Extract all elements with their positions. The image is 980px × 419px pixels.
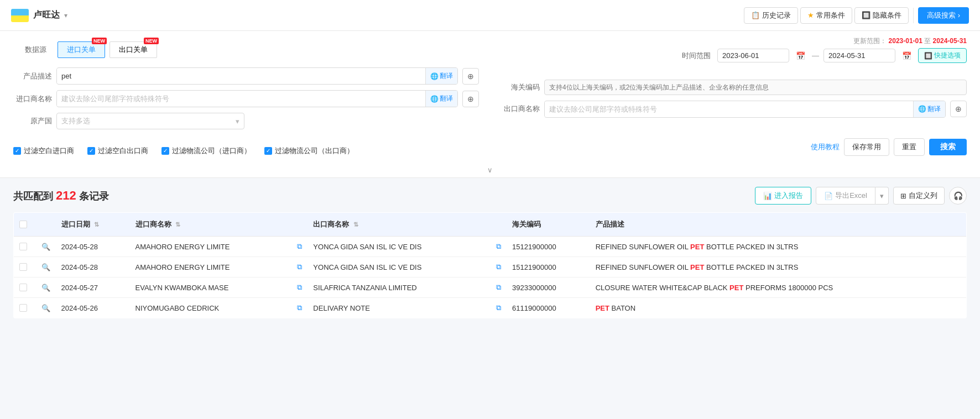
row-checkbox[interactable]	[19, 284, 27, 291]
checkbox-import-icon	[13, 147, 21, 155]
importer-extra-btn[interactable]: ⊕	[462, 91, 479, 107]
th-product-desc: 产品描述	[590, 213, 967, 237]
row-search-icon[interactable]: 🔍	[41, 243, 50, 251]
advanced-search-button[interactable]: 高级搜索 ›	[918, 7, 969, 24]
checkbox-filter-export[interactable]: 过滤空白出口商	[87, 146, 148, 156]
checkbox-import-label: 过滤空白进口商	[24, 146, 74, 156]
right-form-section: 海关编码 出口商名称 🌐 翻译 ⊕	[501, 80, 967, 118]
row-checkbox[interactable]	[19, 263, 27, 271]
th-import-date: 进口日期 ⇅	[56, 213, 130, 237]
highlight-pet: PET	[729, 284, 743, 292]
copy-importer-icon[interactable]: ⧉	[297, 242, 302, 250]
new-badge-export: NEW	[144, 38, 159, 44]
results-count: 212	[56, 188, 76, 202]
export-dropdown-button[interactable]: ▾	[875, 187, 889, 205]
date-separator: —	[812, 51, 819, 60]
exporter-input-wrap: 🌐 翻译	[544, 101, 946, 118]
customs-input[interactable]	[549, 83, 962, 91]
checkboxes-row: 过滤空白进口商 过滤空白出口商 过滤物流公司（进口商） 过滤物流公司（出口商）	[13, 146, 354, 156]
th-copy-importer	[289, 213, 307, 237]
cell-exporter: SILAFRICA TANZANIA LIMITED	[307, 277, 488, 298]
copy-importer-icon[interactable]: ⧉	[297, 263, 302, 271]
time-range-row: 时间范围 📅 — 📅 🔲 快捷选项	[682, 48, 967, 63]
help-circle-button[interactable]: 🎧	[949, 187, 967, 205]
export-excel-button[interactable]: 📄 导出Excel	[816, 187, 875, 205]
tab-import[interactable]: 进口关单 NEW	[58, 41, 105, 58]
header-checkbox[interactable]	[19, 221, 27, 228]
row-search-icon[interactable]: 🔍	[41, 284, 50, 292]
tutorial-button[interactable]: 使用教程	[811, 142, 840, 152]
importer-input[interactable]	[57, 91, 425, 106]
table-header: 进口日期 ⇅ 进口商名称 ⇅ 出口商名称 ⇅ 海关编码 产品描述	[14, 213, 967, 237]
tab-export[interactable]: 出口关单 NEW	[110, 41, 157, 58]
results-title: 共匹配到 212 条记录	[13, 188, 109, 203]
customs-label: 海关编码	[501, 82, 540, 92]
product-translate-btn[interactable]: 🌐 翻译	[425, 68, 457, 84]
results-table: 进口日期 ⇅ 进口商名称 ⇅ 出口商名称 ⇅ 海关编码 产品描述 🔍2024-0…	[13, 212, 967, 318]
highlight-pet: PET	[690, 263, 704, 271]
sort-importer-icon[interactable]: ⇅	[175, 221, 180, 228]
exporter-input[interactable]	[545, 102, 913, 117]
translate-icon2: 🌐	[430, 95, 439, 103]
collapse-row[interactable]: ∨	[0, 163, 980, 178]
hide-conditions-button[interactable]: 🔲 隐藏条件	[854, 7, 909, 24]
importer-translate-btn[interactable]: 🌐 翻译	[425, 91, 457, 107]
copy-importer-icon[interactable]: ⧉	[297, 303, 302, 312]
row-checkbox[interactable]	[19, 304, 27, 312]
table-row: 🔍2024-05-26NIYOMUGABO CEDRICK⧉DELIVARY N…	[14, 298, 967, 318]
copy-exporter-icon[interactable]: ⧉	[496, 283, 501, 291]
time-start-input[interactable]	[717, 49, 789, 62]
customs-input-wrap	[544, 80, 967, 95]
copy-exporter-icon[interactable]: ⧉	[496, 303, 501, 312]
collapse-icon: ∨	[487, 166, 493, 174]
checkbox-export-icon	[87, 147, 95, 155]
calendar-end-icon[interactable]: 📅	[900, 51, 914, 60]
report-icon: 📊	[763, 192, 772, 200]
common-conditions-button[interactable]: ★ 常用条件	[800, 7, 852, 24]
copy-exporter-icon[interactable]: ⧉	[496, 242, 501, 250]
calendar-start-icon[interactable]: 📅	[794, 51, 807, 60]
table-body: 🔍2024-05-28AMAHORO ENERGY LIMITE⧉YONCA G…	[14, 237, 967, 318]
cell-importer: EVALYN KWAMBOKA MASE	[130, 277, 290, 298]
sort-exporter-icon[interactable]: ⇅	[353, 221, 358, 228]
sort-date-icon[interactable]: ⇅	[94, 221, 99, 228]
cell-importer: NIYOMUGABO CEDRICK	[130, 298, 290, 318]
exporter-translate-btn[interactable]: 🌐 翻译	[913, 101, 945, 117]
product-extra-btn[interactable]: ⊕	[462, 68, 479, 85]
exporter-extra-btn[interactable]: ⊕	[950, 101, 967, 117]
history-button[interactable]: 📋 历史记录	[744, 7, 798, 24]
checkbox-filter-logistics-import[interactable]: 过滤物流公司（进口商）	[161, 146, 251, 156]
update-range-info: 更新范围： 2023-01-01 至 2024-05-31	[853, 36, 967, 46]
time-end-input[interactable]	[823, 49, 895, 62]
enter-report-button[interactable]: 📊 进入报告	[755, 187, 811, 205]
datasource-label: 数据源	[13, 45, 46, 55]
customize-columns-button[interactable]: ⊞ 自定义列	[893, 187, 945, 205]
quick-select-button[interactable]: 🔲 快捷选项	[918, 48, 967, 63]
checkbox-logisticsimp-icon	[161, 147, 169, 155]
search-button[interactable]: 搜索	[929, 139, 967, 155]
row-checkbox[interactable]	[19, 243, 27, 250]
copy-exporter-icon[interactable]: ⧉	[496, 263, 501, 271]
export-icon: 📄	[824, 192, 833, 200]
row-search-icon[interactable]: 🔍	[41, 304, 50, 312]
product-input[interactable]	[57, 69, 425, 83]
checkbox-filter-import[interactable]: 过滤空白进口商	[13, 146, 74, 156]
user-dropdown-arrow[interactable]: ▾	[64, 12, 67, 19]
copy-importer-icon[interactable]: ⧉	[297, 283, 302, 291]
save-common-button[interactable]: 保存常用	[844, 138, 889, 156]
origin-arrow-icon: ▾	[236, 117, 239, 125]
cell-date: 2024-05-28	[56, 237, 130, 257]
hide-icon: 🔲	[862, 11, 870, 19]
cell-importer: AMAHORO ENERGY LIMITE	[130, 237, 290, 257]
row-search-icon[interactable]: 🔍	[41, 263, 50, 271]
th-checkbox	[14, 213, 36, 237]
checkbox-filter-logistics-export[interactable]: 过滤物流公司（出口商）	[264, 146, 354, 156]
origin-row: 原产国 支持多选 ▾	[13, 113, 479, 129]
origin-select[interactable]: 支持多选 ▾	[56, 113, 244, 129]
cell-date: 2024-05-26	[56, 298, 130, 318]
cell-exporter: DELIVARY NOTE	[307, 298, 488, 318]
th-search-icon	[36, 213, 56, 237]
table-row: 🔍2024-05-28AMAHORO ENERGY LIMITE⧉YONCA G…	[14, 237, 967, 257]
cell-importer: AMAHORO ENERGY LIMITE	[130, 257, 290, 277]
reset-button[interactable]: 重置	[894, 138, 925, 156]
